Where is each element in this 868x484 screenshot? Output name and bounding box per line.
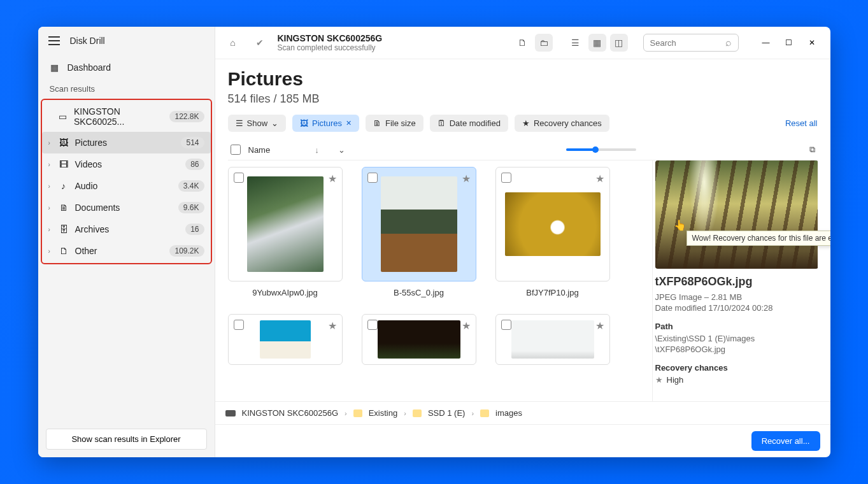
close-button[interactable]: ✕ xyxy=(802,33,822,52)
count-badge: 9.6K xyxy=(178,202,204,213)
maximize-button[interactable]: ☐ xyxy=(779,33,799,52)
breadcrumb-item[interactable]: images xyxy=(495,408,522,418)
recovery-value: High xyxy=(667,375,684,385)
folder-icon xyxy=(413,409,422,417)
file-checkbox[interactable] xyxy=(234,173,244,183)
count-badge: 3.4K xyxy=(178,180,204,192)
file-card[interactable]: ★ BfJY7fP10.jpg xyxy=(495,167,610,297)
search-box[interactable]: ⌕ xyxy=(643,34,739,52)
star-icon[interactable]: ★ xyxy=(462,320,471,332)
file-card[interactable]: ★ xyxy=(228,314,343,365)
breadcrumb-item[interactable]: KINGSTON SKC600256G xyxy=(242,408,339,418)
show-dropdown[interactable]: ☰ Show ⌄ xyxy=(228,115,287,132)
sidebar-item-label: Dashboard xyxy=(68,62,111,73)
thumbnail-grid: ★ 9YubwxAIpw0.jpg ★ B-55sC_0.jpg ★ BfJY7… xyxy=(228,167,646,365)
chevron-right-icon: › xyxy=(345,409,347,417)
minimize-button[interactable]: — xyxy=(757,33,776,52)
grid-view-icon[interactable]: ▦ xyxy=(588,34,606,52)
image-icon: 🖼 xyxy=(300,118,308,128)
file-checkbox[interactable] xyxy=(367,173,378,183)
list-view-icon[interactable]: ☰ xyxy=(567,34,585,52)
file-checkbox[interactable] xyxy=(234,320,244,330)
preview-path-section: Path \Existing\SSD 1 (E)\images \tXFP68P… xyxy=(655,322,818,354)
filter-pictures[interactable]: 🖼 Pictures ✕ xyxy=(292,115,359,132)
folder-icon xyxy=(480,409,489,417)
sidebar-item-label: Documents xyxy=(75,203,120,213)
file-checkbox[interactable] xyxy=(501,320,511,330)
sidebar-heading: Scan results xyxy=(38,78,215,97)
document-icon: 🗎 xyxy=(59,203,69,213)
search-icon: ⌕ xyxy=(725,37,732,48)
star-icon[interactable]: ★ xyxy=(595,173,604,185)
file-card[interactable]: ★ B-55sC_0.jpg xyxy=(362,167,476,297)
show-in-explorer-button[interactable]: Show scan results in Explorer xyxy=(46,429,207,450)
filter-date-modified[interactable]: 🗓 Date modified xyxy=(430,115,508,132)
path-heading: Path xyxy=(655,322,818,331)
chevron-right-icon: › xyxy=(471,409,474,417)
sidebar-item-other[interactable]: › 🗋 Other 109.2K xyxy=(42,240,211,262)
video-icon: 🎞 xyxy=(59,159,69,169)
split-view-icon[interactable]: ◫ xyxy=(610,34,628,52)
file-card[interactable]: ★ 9YubwxAIpw0.jpg xyxy=(228,167,343,297)
sidebar-item-audio[interactable]: › ♪ Audio 3.4K xyxy=(42,175,211,197)
sidebar-item-videos[interactable]: › 🎞 Videos 86 xyxy=(42,153,211,175)
status-check-icon: ✔ xyxy=(251,34,269,52)
remove-filter-icon[interactable]: ✕ xyxy=(346,119,352,127)
preview-image xyxy=(655,160,818,269)
sidebar-item-label: Archives xyxy=(75,224,110,234)
calendar-icon: 🗓 xyxy=(438,118,446,128)
star-icon[interactable]: ★ xyxy=(328,173,337,185)
chip-label: Show xyxy=(247,118,268,128)
file-checkbox[interactable] xyxy=(501,173,511,183)
sidebar-item-label: Other xyxy=(75,246,97,256)
chevron-right-icon: › xyxy=(48,204,50,211)
file-checkbox[interactable] xyxy=(367,320,378,330)
sidebar-item-label: Videos xyxy=(75,159,103,169)
recover-all-button[interactable]: Recover all... xyxy=(751,431,820,451)
chip-label: Pictures xyxy=(312,118,342,128)
sidebar-item-drive[interactable]: ▭ KINGSTON SKC60025... 122.8K xyxy=(42,101,211,132)
popout-icon[interactable]: ⧉ xyxy=(809,145,815,155)
select-all-checkbox[interactable] xyxy=(231,145,241,155)
filter-recovery-chances[interactable]: ★ Recovery chances xyxy=(515,115,609,132)
body-row: ★ 9YubwxAIpw0.jpg ★ B-55sC_0.jpg ★ BfJY7… xyxy=(228,160,818,401)
star-icon[interactable]: ★ xyxy=(462,173,471,185)
folder-view-icon[interactable]: 🗀 xyxy=(535,34,553,52)
path-line: \Existing\SSD 1 (E)\images xyxy=(655,334,818,343)
layout-toggle: ☰ ▦ ◫ xyxy=(567,34,628,52)
file-card[interactable]: ★ xyxy=(495,314,610,365)
star-icon[interactable]: ★ xyxy=(595,320,604,332)
search-input[interactable] xyxy=(650,38,720,48)
title-block: KINGSTON SKC600256G Scan completed succe… xyxy=(278,33,383,52)
sidebar-item-documents[interactable]: › 🗎 Documents 9.6K xyxy=(42,197,211,218)
sidebar-nav: ▦ Dashboard Scan results ▭ KINGSTON SKC6… xyxy=(38,55,215,268)
chevron-down-icon[interactable]: ⌄ xyxy=(338,145,345,155)
grid-icon: ▦ xyxy=(50,62,60,73)
chevron-down-icon: ⌄ xyxy=(271,118,278,128)
thumbnail-image xyxy=(381,176,457,272)
preview-date: Date modified 17/10/2024 00:28 xyxy=(655,303,818,313)
sidebar-item-pictures[interactable]: › 🖼 Pictures 514 xyxy=(42,132,211,153)
file-view-icon[interactable]: 🗋 xyxy=(513,34,531,52)
sidebar-item-archives[interactable]: › 🗄 Archives 16 xyxy=(42,218,211,240)
chevron-right-icon: › xyxy=(404,409,406,417)
preview-recovery-section: Recovery chances ★ High xyxy=(655,363,818,385)
list-header: Name ↓ ⌄ ⧉ xyxy=(228,139,818,160)
breadcrumb: KINGSTON SKC600256G › Existing › SSD 1 (… xyxy=(215,401,830,424)
sidebar-item-dashboard[interactable]: ▦ Dashboard xyxy=(38,57,215,78)
file-card[interactable]: ★ xyxy=(362,314,476,365)
name-column-header[interactable]: Name ↓ ⌄ xyxy=(248,145,345,155)
sidebar-footer: Show scan results in Explorer xyxy=(38,421,215,457)
reset-all-link[interactable]: Reset all xyxy=(785,118,818,128)
chip-label: File size xyxy=(385,118,416,128)
home-icon[interactable]: ⌂ xyxy=(224,34,242,52)
star-icon[interactable]: ★ xyxy=(328,320,337,332)
main-area: ⌂ ✔ KINGSTON SKC600256G Scan completed s… xyxy=(215,27,830,457)
highlighted-scan-results: ▭ KINGSTON SKC60025... 122.8K › 🖼 Pictur… xyxy=(41,99,212,264)
breadcrumb-item[interactable]: SSD 1 (E) xyxy=(428,408,466,418)
zoom-slider[interactable] xyxy=(566,148,636,151)
breadcrumb-item[interactable]: Existing xyxy=(369,408,398,418)
hamburger-icon[interactable] xyxy=(48,36,60,45)
filter-file-size[interactable]: 🗎 File size xyxy=(366,115,423,132)
page-title: Pictures xyxy=(228,68,818,90)
